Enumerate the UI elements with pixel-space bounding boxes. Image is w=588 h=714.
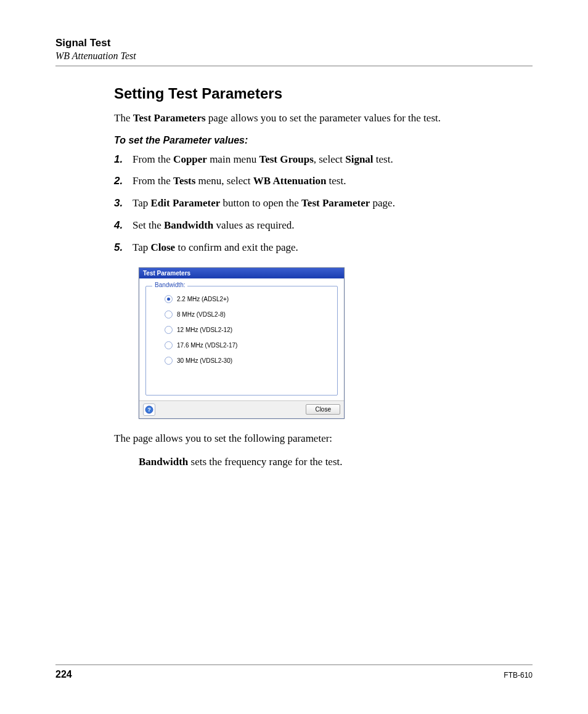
step-2: 2. From the Tests menu, select WB Attenu… xyxy=(114,174,520,189)
step-text: Tap Edit Parameter button to open the Te… xyxy=(133,196,395,211)
bandwidth-group: Bandwidth: 2.2 MHz (ADSL2+) 8 MHz (VDSL2… xyxy=(145,286,338,396)
radio-icon xyxy=(165,326,173,334)
radio-option-0[interactable]: 2.2 MHz (ADSL2+) xyxy=(165,295,331,303)
close-button[interactable]: Close xyxy=(306,404,340,415)
step-text: From the Copper main menu Test Groups, s… xyxy=(133,152,393,167)
outro-paragraph: The page allows you to set the following… xyxy=(114,431,520,447)
radio-option-2[interactable]: 12 MHz (VDSL2-12) xyxy=(165,326,331,334)
dialog-body: Bandwidth: 2.2 MHz (ADSL2+) 8 MHz (VDSL2… xyxy=(139,278,344,400)
radio-label: 17.6 MHz (VDSL2-17) xyxy=(177,342,237,349)
dialog-titlebar: Test Parameters xyxy=(139,268,344,278)
model-number: FTB-610 xyxy=(504,671,533,680)
page-header: Signal Test WB Attenuation Test xyxy=(55,37,533,67)
procedure-steps: 1. From the Copper main menu Test Groups… xyxy=(114,152,520,255)
chapter-title: Signal Test xyxy=(55,37,533,49)
step-3: 3. Tap Edit Parameter button to open the… xyxy=(114,196,520,211)
group-legend: Bandwidth: xyxy=(152,282,187,288)
radio-icon xyxy=(165,341,173,349)
step-1: 1. From the Copper main menu Test Groups… xyxy=(114,152,520,167)
page-footer: 224 FTB-610 xyxy=(55,664,533,680)
step-5: 5. Tap Close to confirm and exit the pag… xyxy=(114,240,520,255)
intro-paragraph: The Test Parameters page allows you to s… xyxy=(114,111,520,126)
radio-icon xyxy=(165,357,173,365)
term-bandwidth: Bandwidth xyxy=(139,456,188,468)
step-number: 1. xyxy=(114,152,126,167)
radio-icon xyxy=(165,295,173,303)
radio-label: 2.2 MHz (ADSL2+) xyxy=(177,296,229,302)
chapter-subsection: WB Attenuation Test xyxy=(55,51,533,62)
radio-label: 12 MHz (VDSL2-12) xyxy=(177,327,232,333)
radio-option-1[interactable]: 8 MHz (VDSL2-8) xyxy=(165,310,331,318)
main-content: Setting Test Parameters The Test Paramet… xyxy=(114,85,520,470)
step-text: Set the Bandwidth values as required. xyxy=(133,218,295,233)
dialog-window: Test Parameters Bandwidth: 2.2 MHz (ADSL… xyxy=(139,267,345,419)
step-4: 4. Set the Bandwidth values as required. xyxy=(114,218,520,233)
procedure-heading: To set the Parameter values: xyxy=(114,135,520,146)
footer-divider xyxy=(55,664,533,665)
page-number: 224 xyxy=(55,669,72,680)
radio-option-3[interactable]: 17.6 MHz (VDSL2-17) xyxy=(165,341,331,349)
svg-text:?: ? xyxy=(147,407,151,413)
step-text: Tap Close to confirm and exit the page. xyxy=(133,240,298,255)
parameter-description: Bandwidth sets the frequency range for t… xyxy=(139,455,520,470)
step-number: 5. xyxy=(114,240,126,255)
step-number: 2. xyxy=(114,174,126,189)
radio-option-4[interactable]: 30 MHz (VDSL2-30) xyxy=(165,357,331,365)
radio-label: 8 MHz (VDSL2-8) xyxy=(177,311,226,318)
help-button[interactable]: ? xyxy=(143,404,155,416)
section-title: Setting Test Parameters xyxy=(114,85,520,102)
term-test-parameters: Test Parameters xyxy=(133,112,206,124)
help-icon: ? xyxy=(145,405,153,414)
step-number: 4. xyxy=(114,218,126,233)
dialog-footer: ? Close xyxy=(139,400,344,418)
embedded-screenshot: Test Parameters Bandwidth: 2.2 MHz (ADSL… xyxy=(139,267,520,419)
step-number: 3. xyxy=(114,196,126,211)
radio-label: 30 MHz (VDSL2-30) xyxy=(177,357,232,364)
header-divider xyxy=(55,65,533,67)
step-text: From the Tests menu, select WB Attenuati… xyxy=(133,174,346,189)
radio-icon xyxy=(165,310,173,318)
